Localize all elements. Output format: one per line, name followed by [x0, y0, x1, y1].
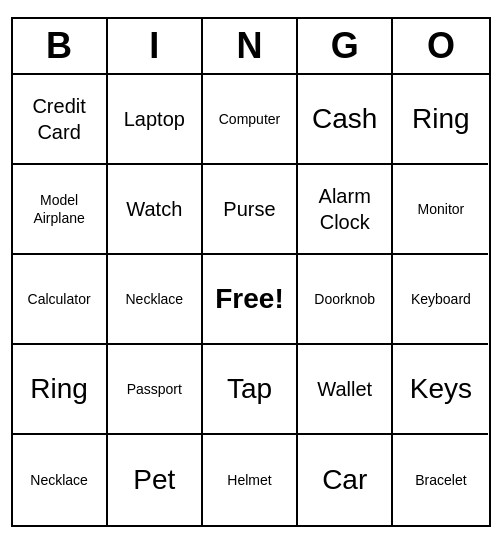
- cell-label: Alarm Clock: [302, 183, 387, 235]
- bingo-cell: Purse: [203, 165, 298, 255]
- bingo-cell: Car: [298, 435, 393, 525]
- cell-label: Purse: [223, 196, 275, 222]
- cell-label: Helmet: [227, 471, 271, 489]
- bingo-cell: Bracelet: [393, 435, 488, 525]
- cell-label: Passport: [127, 380, 182, 398]
- cell-label: Monitor: [418, 200, 465, 218]
- bingo-cell: Ring: [13, 345, 108, 435]
- bingo-cell: Ring: [393, 75, 488, 165]
- cell-label: Necklace: [30, 471, 88, 489]
- bingo-cell: Wallet: [298, 345, 393, 435]
- bingo-cell: Model Airplane: [13, 165, 108, 255]
- bingo-cell: Cash: [298, 75, 393, 165]
- bingo-cell: Helmet: [203, 435, 298, 525]
- cell-label: Bracelet: [415, 471, 466, 489]
- bingo-cell: Necklace: [13, 435, 108, 525]
- cell-label: Credit Card: [17, 93, 102, 145]
- cell-label: Laptop: [124, 106, 185, 132]
- bingo-cell: Necklace: [108, 255, 203, 345]
- header-letter: I: [108, 19, 203, 73]
- cell-label: Ring: [412, 101, 470, 137]
- cell-label: Tap: [227, 371, 272, 407]
- bingo-cell: Free!: [203, 255, 298, 345]
- bingo-cell: Watch: [108, 165, 203, 255]
- cell-label: Free!: [215, 281, 283, 317]
- bingo-cell: Monitor: [393, 165, 488, 255]
- cell-label: Watch: [126, 196, 182, 222]
- bingo-cell: Laptop: [108, 75, 203, 165]
- bingo-header: BINGO: [13, 19, 489, 75]
- bingo-cell: Tap: [203, 345, 298, 435]
- bingo-cell: Passport: [108, 345, 203, 435]
- bingo-cell: Pet: [108, 435, 203, 525]
- bingo-cell: Computer: [203, 75, 298, 165]
- cell-label: Computer: [219, 110, 280, 128]
- bingo-cell: Alarm Clock: [298, 165, 393, 255]
- cell-label: Cash: [312, 101, 377, 137]
- bingo-cell: Calculator: [13, 255, 108, 345]
- cell-label: Car: [322, 462, 367, 498]
- cell-label: Wallet: [317, 376, 372, 402]
- bingo-cell: Doorknob: [298, 255, 393, 345]
- bingo-cell: Credit Card: [13, 75, 108, 165]
- header-letter: N: [203, 19, 298, 73]
- header-letter: B: [13, 19, 108, 73]
- cell-label: Keyboard: [411, 290, 471, 308]
- cell-label: Calculator: [28, 290, 91, 308]
- cell-label: Ring: [30, 371, 88, 407]
- header-letter: G: [298, 19, 393, 73]
- bingo-grid: Credit CardLaptopComputerCashRingModel A…: [13, 75, 489, 525]
- cell-label: Keys: [410, 371, 472, 407]
- cell-label: Model Airplane: [17, 191, 102, 227]
- bingo-card: BINGO Credit CardLaptopComputerCashRingM…: [11, 17, 491, 527]
- header-letter: O: [393, 19, 488, 73]
- bingo-cell: Keyboard: [393, 255, 488, 345]
- bingo-cell: Keys: [393, 345, 488, 435]
- cell-label: Doorknob: [314, 290, 375, 308]
- cell-label: Pet: [133, 462, 175, 498]
- cell-label: Necklace: [125, 290, 183, 308]
